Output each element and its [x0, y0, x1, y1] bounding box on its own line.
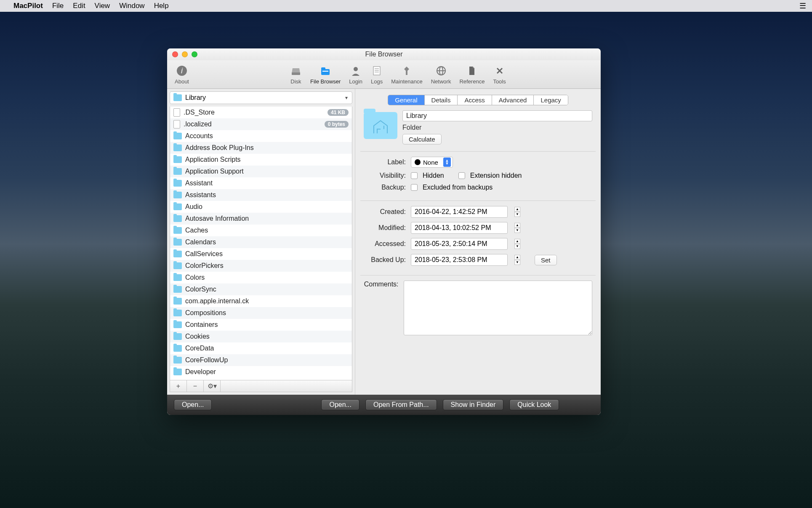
toolbar-maintenance[interactable]: Maintenance	[387, 62, 426, 86]
calculate-button[interactable]: Calculate	[402, 134, 442, 144]
label-select[interactable]: None ▲▼	[411, 157, 453, 168]
menu-extra-icon[interactable]: ☰	[799, 1, 806, 11]
file-name: Autosave Information	[185, 215, 249, 222]
backedup-stepper[interactable]: ▲▼	[514, 255, 520, 265]
size-badge: 0 bytes	[325, 121, 349, 128]
tab-details[interactable]: Details	[425, 95, 458, 105]
toolbar-network[interactable]: Network	[427, 62, 455, 86]
file-row[interactable]: com.apple.internal.ck	[170, 295, 352, 307]
file-row[interactable]: Colors	[170, 272, 352, 283]
set-button[interactable]: Set	[535, 255, 557, 265]
file-row[interactable]: .localized0 bytes	[170, 118, 352, 130]
file-row[interactable]: Autosave Information	[170, 213, 352, 225]
file-row[interactable]: ColorPickers	[170, 260, 352, 272]
remove-button[interactable]: −	[187, 380, 204, 392]
toolbar-tools[interactable]: Tools	[489, 62, 510, 86]
close-button[interactable]	[172, 51, 178, 57]
menu-edit[interactable]: Edit	[73, 2, 85, 10]
toolbar-about[interactable]: iAbout	[170, 62, 193, 86]
menu-window[interactable]: Window	[119, 2, 144, 10]
file-list[interactable]: .DS_Store41 KB.localized0 bytesAccountsA…	[170, 107, 352, 380]
folder-icon	[173, 192, 182, 198]
open-from-path-button[interactable]: Open From Path...	[365, 399, 437, 410]
folder-icon	[173, 156, 182, 163]
ext-hidden-checkbox[interactable]	[458, 172, 465, 179]
action-button[interactable]: ⚙︎▾	[204, 380, 221, 392]
file-row[interactable]: Containers	[170, 319, 352, 331]
file-row[interactable]: Caches	[170, 225, 352, 236]
file-row[interactable]: Application Scripts	[170, 154, 352, 166]
tab-legacy[interactable]: Legacy	[534, 95, 567, 105]
chevron-down-icon[interactable]: ▾	[345, 95, 348, 101]
file-row[interactable]: ColorSync	[170, 283, 352, 295]
file-row[interactable]: Compositions	[170, 307, 352, 319]
toolbar-file-browser[interactable]: File Browser	[306, 62, 345, 86]
backup-label: Backup:	[364, 184, 406, 191]
open-button-1[interactable]: Open...	[174, 399, 212, 410]
file-row[interactable]: Address Book Plug-Ins	[170, 142, 352, 154]
toolbar-login[interactable]: Login	[345, 62, 367, 86]
file-row[interactable]: CoreData	[170, 342, 352, 354]
excluded-checkbox[interactable]	[411, 184, 418, 191]
file-row[interactable]: Accounts	[170, 130, 352, 142]
created-field[interactable]: 2016-04-22, 1:42:52 PM	[411, 206, 508, 218]
accessed-stepper[interactable]: ▲▼	[514, 239, 520, 249]
titlebar[interactable]: File Browser	[167, 48, 601, 60]
file-row[interactable]: CoreFollowUp	[170, 354, 352, 366]
toolbar-logs[interactable]: Logs	[367, 62, 387, 86]
tab-general[interactable]: General	[388, 95, 424, 105]
bottom-bar: Open... Open... Open From Path... Show i…	[167, 395, 601, 415]
open-button-2[interactable]: Open...	[321, 399, 359, 410]
zoom-button[interactable]	[192, 51, 197, 57]
tabs: GeneralDetailsAccessAdvancedLegacy	[360, 95, 596, 105]
filebrowser-icon	[319, 64, 331, 78]
file-row[interactable]: Developer	[170, 366, 352, 378]
menu-file[interactable]: File	[52, 2, 64, 10]
folder-icon	[173, 321, 182, 328]
quick-look-button[interactable]: Quick Look	[509, 399, 559, 410]
file-name: Containers	[185, 321, 218, 329]
file-row[interactable]: Application Support	[170, 166, 352, 177]
name-field[interactable]	[402, 110, 592, 121]
modified-stepper[interactable]: ▲▼	[514, 223, 520, 233]
menu-help[interactable]: Help	[154, 2, 169, 10]
file-row[interactable]: .DS_Store41 KB	[170, 107, 352, 118]
toolbar-disk[interactable]: Disk	[286, 62, 306, 86]
login-icon	[350, 64, 362, 78]
file-row[interactable]: CallServices	[170, 248, 352, 260]
add-button[interactable]: +	[170, 380, 187, 392]
toolbar: iAboutDiskFile BrowserLoginLogsMaintenan…	[167, 60, 601, 89]
minimize-button[interactable]	[182, 51, 188, 57]
folder-icon	[173, 239, 182, 246]
comments-field[interactable]	[404, 281, 592, 335]
accessed-label: Accessed:	[364, 240, 406, 248]
file-name: .localized	[184, 120, 212, 128]
menu-view[interactable]: View	[95, 2, 110, 10]
file-row[interactable]: Calendars	[170, 236, 352, 248]
folder-icon	[173, 168, 182, 175]
modified-field[interactable]: 2018-04-13, 10:02:52 PM	[411, 222, 508, 234]
tab-advanced[interactable]: Advanced	[492, 95, 534, 105]
folder-icon	[173, 310, 182, 316]
toolbar-reference[interactable]: Reference	[455, 62, 489, 86]
accessed-field[interactable]: 2018-05-23, 2:50:14 PM	[411, 238, 508, 250]
file-name: Cookies	[185, 333, 210, 340]
file-icon	[173, 120, 180, 128]
network-icon	[435, 64, 447, 78]
file-row[interactable]: Cookies	[170, 331, 352, 342]
file-row[interactable]: Assistants	[170, 189, 352, 201]
created-stepper[interactable]: ▲▼	[514, 207, 520, 217]
tab-access[interactable]: Access	[458, 95, 492, 105]
backedup-field[interactable]: 2018-05-23, 2:53:08 PM	[411, 254, 508, 266]
file-row[interactable]: Audio	[170, 201, 352, 213]
file-row[interactable]: Assistant	[170, 177, 352, 189]
file-name: Application Scripts	[185, 156, 241, 163]
path-bar[interactable]: Library ▾	[170, 91, 352, 104]
right-panel: GeneralDetailsAccessAdvancedLegacy Folde…	[355, 89, 601, 395]
tools-icon	[494, 64, 506, 78]
app-name[interactable]: MacPilot	[13, 2, 43, 10]
hidden-checkbox[interactable]	[411, 172, 418, 179]
file-name: .DS_Store	[184, 109, 215, 116]
menubar: MacPilot File Edit View Window Help ☰	[0, 0, 812, 12]
show-in-finder-button[interactable]: Show in Finder	[443, 399, 504, 410]
